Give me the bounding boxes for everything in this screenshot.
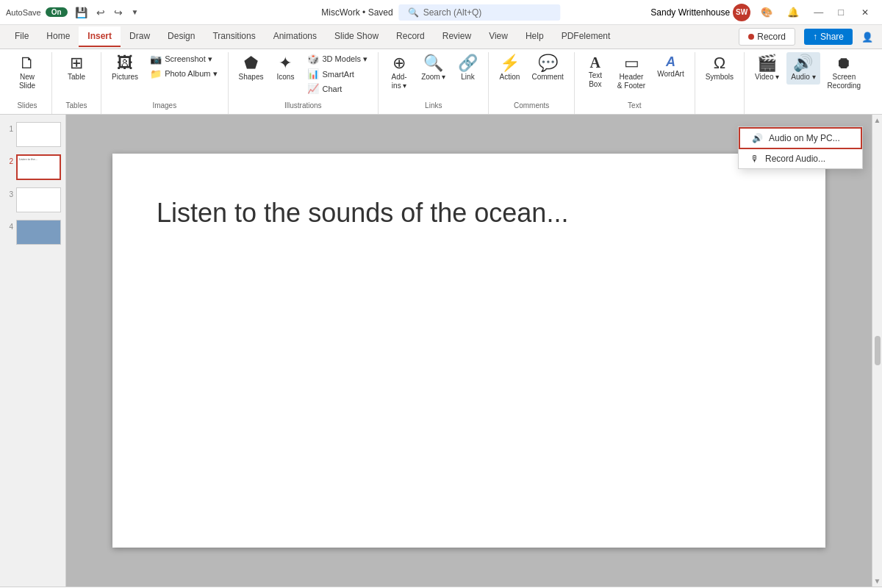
tab-file[interactable]: File xyxy=(6,26,37,47)
right-scrollbar[interactable]: ▲ ▼ xyxy=(872,115,882,587)
share-button[interactable]: ↑ Share xyxy=(804,29,853,45)
ribbon: File Home Insert Draw Design Transitions… xyxy=(0,25,882,115)
links-group-label: Links xyxy=(384,99,482,111)
close-btn[interactable]: ✕ xyxy=(854,4,876,21)
comment-button[interactable]: 💬 Comment xyxy=(527,52,567,85)
screenshot-icon: 📷 xyxy=(150,54,162,65)
scrollbar-thumb[interactable] xyxy=(875,336,881,365)
scroll-up-icon[interactable]: ▲ xyxy=(874,116,881,124)
account-icon[interactable]: 👤 xyxy=(858,29,876,46)
user-name: Sandy Writtenhouse xyxy=(650,7,730,18)
save-icon[interactable]: 💾 xyxy=(72,5,90,20)
ribbon-group-tables: ⊞ Table Tables xyxy=(52,52,101,114)
title-bar-left: AutoSave On 💾 ↩ ↪ ▼ xyxy=(6,5,142,20)
chart-button[interactable]: 📈 Chart xyxy=(303,82,372,96)
audio-on-pc-label: Audio on My PC... xyxy=(769,133,840,143)
text-group-label: Text xyxy=(581,99,689,111)
main-area: 1 2 Listen to the... 3 4 Listen to the s… xyxy=(0,115,882,587)
shapes-icon: ⬟ xyxy=(244,55,258,71)
tab-home[interactable]: Home xyxy=(37,26,79,47)
pictures-icon: 🖼 xyxy=(117,55,133,71)
tab-view[interactable]: View xyxy=(480,26,517,47)
ribbon-display-icon[interactable]: 🎨 xyxy=(756,5,777,19)
shapes-button[interactable]: ⬟ Shapes xyxy=(234,52,268,85)
tab-slideshow[interactable]: Slide Show xyxy=(326,26,387,47)
screen-recording-button[interactable]: ⏺ ScreenRecording xyxy=(823,52,866,93)
symbols-group-label xyxy=(701,107,738,111)
ribbon-content: 🗋 NewSlide Slides ⊞ Table Tables 🖼 Pictu xyxy=(0,49,882,114)
audio-on-pc-item[interactable]: 🔊 Audio on My PC... xyxy=(739,127,862,149)
tab-record[interactable]: Record xyxy=(387,26,434,47)
wordart-icon: A xyxy=(666,55,675,68)
video-button[interactable]: 🎬 Video ▾ xyxy=(750,52,784,85)
tab-help[interactable]: Help xyxy=(517,26,553,47)
notification-icon[interactable]: 🔔 xyxy=(783,5,803,19)
tab-insert[interactable]: Insert xyxy=(79,26,121,47)
record-audio-item[interactable]: 🎙 Record Audio... xyxy=(739,149,862,168)
record-audio-label: Record Audio... xyxy=(765,154,825,164)
tab-transitions[interactable]: Transitions xyxy=(204,26,264,47)
header-footer-button[interactable]: ▭ Header& Footer xyxy=(613,52,650,93)
illustrations-split: 🎲 3D Models ▾ 📊 SmartArt 📈 Chart xyxy=(303,52,372,96)
smartart-button[interactable]: 📊 SmartArt xyxy=(303,67,372,81)
slide-thumb-1[interactable]: 1 xyxy=(3,121,62,148)
new-slide-button[interactable]: 🗋 NewSlide xyxy=(9,52,46,93)
title-bar-right: Sandy Writtenhouse SW 🎨 🔔 — □ ✕ xyxy=(650,4,876,21)
zoom-button[interactable]: 🔍 Zoom ▾ xyxy=(417,52,450,85)
icons-button[interactable]: ✦ Icons xyxy=(270,52,300,85)
symbols-icon: Ω xyxy=(714,55,725,71)
table-icon: ⊞ xyxy=(70,55,83,71)
record-button[interactable]: Record xyxy=(739,28,795,46)
user-info: Sandy Writtenhouse SW xyxy=(650,4,750,21)
photo-album-button[interactable]: 📁 Photo Album ▾ xyxy=(146,67,221,81)
slide-num-4: 4 xyxy=(4,220,13,231)
addins-icon: ⊕ xyxy=(392,55,406,71)
media-group-label xyxy=(750,107,865,111)
3d-models-icon: 🎲 xyxy=(307,54,319,65)
audio-on-pc-icon: 🔊 xyxy=(752,133,763,143)
customize-icon[interactable]: ▼ xyxy=(129,7,142,18)
action-button[interactable]: ⚡ Action xyxy=(495,52,524,85)
text-box-icon: A xyxy=(590,55,600,70)
3d-models-button[interactable]: 🎲 3D Models ▾ xyxy=(303,52,372,66)
wordart-button[interactable]: A WordArt xyxy=(653,52,689,82)
tab-review[interactable]: Review xyxy=(434,26,480,47)
text-box-button[interactable]: A TextBox xyxy=(581,52,610,92)
pictures-button[interactable]: 🖼 Pictures xyxy=(107,52,143,85)
ribbon-tabs: File Home Insert Draw Design Transitions… xyxy=(0,25,882,49)
slide-thumb-3[interactable]: 3 xyxy=(3,186,62,214)
slides-group-items: 🗋 NewSlide xyxy=(9,52,46,99)
photo-album-icon: 📁 xyxy=(150,68,162,79)
slides-group-label: Slides xyxy=(9,99,46,111)
minimize-btn[interactable]: — xyxy=(809,5,828,19)
search-box[interactable]: 🔍 Search (Alt+Q) xyxy=(399,4,561,21)
audio-button[interactable]: 🔊 Audio ▾ xyxy=(786,52,820,85)
tab-animations[interactable]: Animations xyxy=(265,26,326,47)
addins-button[interactable]: ⊕ Add-ins ▾ xyxy=(384,52,414,93)
table-button[interactable]: ⊞ Table xyxy=(58,52,95,85)
slide-thumb-2[interactable]: 2 Listen to the... xyxy=(3,153,62,181)
screen-recording-icon: ⏺ xyxy=(836,55,852,71)
symbols-button[interactable]: Ω Symbols xyxy=(701,52,738,85)
tab-design[interactable]: Design xyxy=(159,26,204,47)
tab-pdfelement[interactable]: PDFelement xyxy=(553,26,620,47)
scroll-down-icon[interactable]: ▼ xyxy=(874,577,881,585)
screenshot-button[interactable]: 📷 Screenshot ▾ xyxy=(146,52,221,66)
slide-preview-3 xyxy=(16,187,61,212)
link-button[interactable]: 🔗 Link xyxy=(453,52,482,85)
tab-draw[interactable]: Draw xyxy=(121,26,159,47)
ribbon-group-symbols: Ω Symbols xyxy=(695,52,745,114)
maximize-btn[interactable]: □ xyxy=(833,5,848,19)
slide-thumb-4[interactable]: 4 xyxy=(3,218,62,246)
autosave-toggle[interactable]: On xyxy=(46,7,68,17)
file-title: MiscWork • Saved xyxy=(321,7,392,18)
title-bar: AutoSave On 💾 ↩ ↪ ▼ MiscWork • Saved 🔍 S… xyxy=(0,0,882,25)
slide-preview-2: Listen to the... xyxy=(16,154,61,179)
share-icon: ↑ xyxy=(813,32,817,42)
video-icon: 🎬 xyxy=(757,55,777,71)
undo-icon[interactable]: ↩ xyxy=(93,5,108,20)
smartart-icon: 📊 xyxy=(307,68,319,79)
comments-group-label: Comments xyxy=(495,99,567,111)
redo-icon[interactable]: ↪ xyxy=(111,5,126,20)
tables-group-label: Tables xyxy=(58,99,95,111)
